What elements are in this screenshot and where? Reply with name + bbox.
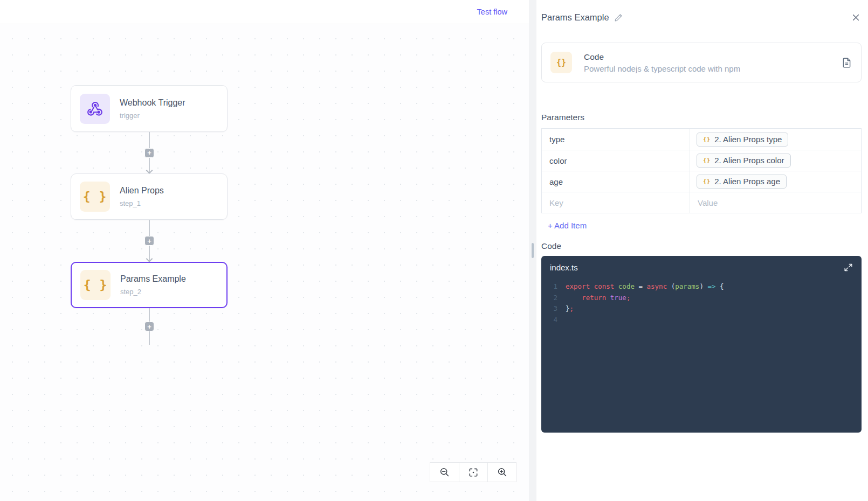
canvas-topbar: Test flow — [0, 0, 529, 24]
prop-reference-chip[interactable]: {} 2. Alien Props type — [697, 133, 788, 147]
param-value-cell-empty[interactable] — [690, 192, 861, 213]
panel-resize-handle[interactable] — [532, 243, 534, 258]
param-key-input[interactable] — [542, 129, 690, 150]
node-subtitle: step_1 — [120, 199, 164, 207]
node-text: Alien Props step_1 — [120, 186, 164, 207]
fit-view-button[interactable] — [459, 463, 487, 482]
node-title: Alien Props — [120, 186, 164, 196]
connector: + — [144, 308, 155, 345]
param-value-input[interactable] — [690, 192, 861, 213]
node-text: Params Example step_2 — [120, 274, 186, 296]
flow-canvas[interactable]: Webhook Trigger trigger + { } Alien Prop… — [0, 24, 529, 501]
zoom-out-icon — [439, 467, 450, 478]
code-heading: Code — [541, 241, 862, 251]
app-root: Test flow Webhook Trigger trigger + — [0, 0, 868, 501]
code-lines[interactable]: 1export const code = async (params) => {… — [541, 277, 862, 325]
close-icon[interactable] — [850, 12, 862, 23]
zoom-in-icon — [497, 467, 508, 478]
braces-icon: {} — [703, 136, 710, 143]
expand-icon[interactable] — [844, 263, 853, 272]
param-key-input[interactable] — [542, 171, 690, 192]
editor-header: index.ts — [541, 256, 862, 277]
node-alien-props[interactable]: { } Alien Props step_1 — [71, 173, 228, 220]
webhook-icon — [80, 94, 110, 124]
zoom-out-button[interactable] — [430, 463, 459, 482]
param-value-cell[interactable]: {} 2. Alien Props age — [690, 171, 861, 192]
prop-reference-chip[interactable]: {} 2. Alien Props color — [697, 154, 791, 168]
arrow-down-icon — [146, 255, 153, 262]
braces-icon: { } — [80, 270, 111, 300]
step-detail-panel: Params Example {} Code Powerful nodejs &… — [536, 0, 868, 501]
step-type-card: {} Code Powerful nodejs & typescript cod… — [541, 43, 862, 82]
prop-reference-chip[interactable]: {} 2. Alien Props age — [697, 175, 787, 189]
chip-label: 2. Alien Props age — [714, 177, 780, 186]
node-params-example[interactable]: { } Params Example step_2 — [71, 262, 228, 308]
panel-resize-divider — [529, 0, 536, 501]
param-key-input[interactable] — [542, 192, 690, 213]
zoom-in-button[interactable] — [487, 463, 516, 482]
test-flow-button[interactable]: Test flow — [477, 8, 507, 16]
card-subtitle: Powerful nodejs & typescript code with n… — [584, 64, 740, 73]
arrow-down-icon — [146, 167, 153, 174]
node-webhook-trigger[interactable]: Webhook Trigger trigger — [71, 85, 228, 132]
param-key-cell-empty[interactable] — [542, 192, 690, 213]
param-value-cell[interactable]: {} 2. Alien Props type — [690, 129, 861, 150]
add-step-button[interactable]: + — [144, 236, 154, 246]
zoom-controls — [430, 462, 516, 482]
braces-icon: { } — [80, 182, 110, 212]
param-value-cell[interactable]: {} 2. Alien Props color — [690, 150, 861, 171]
fit-view-icon — [468, 467, 479, 478]
flow-canvas-column: Test flow Webhook Trigger trigger + — [0, 0, 529, 501]
add-step-button[interactable]: + — [144, 148, 154, 158]
docs-file-icon[interactable] — [841, 57, 852, 68]
code-editor[interactable]: index.ts 1export const code = async (par… — [541, 256, 862, 433]
connector: + — [144, 220, 155, 262]
parameters-table: {} 2. Alien Props type {} 2. Alien Props… — [541, 128, 862, 213]
panel-header: Params Example — [541, 0, 862, 23]
node-title: Params Example — [120, 274, 186, 284]
param-key-cell[interactable] — [542, 150, 690, 171]
param-key-input[interactable] — [542, 150, 690, 171]
param-key-cell[interactable] — [542, 171, 690, 192]
braces-icon: {} — [703, 178, 710, 185]
code-filename: index.ts — [550, 263, 578, 272]
node-subtitle: step_2 — [120, 288, 186, 296]
node-text: Webhook Trigger trigger — [120, 98, 185, 120]
connector: + — [144, 132, 155, 173]
card-text: Code Powerful nodejs & typescript code w… — [584, 52, 740, 73]
parameters-heading: Parameters — [541, 113, 862, 122]
braces-icon: {} — [703, 157, 710, 164]
chip-label: 2. Alien Props color — [714, 156, 784, 165]
add-step-button[interactable]: + — [144, 322, 154, 331]
node-subtitle: trigger — [120, 112, 185, 120]
edit-pencil-icon[interactable] — [614, 13, 623, 22]
panel-title: Params Example — [541, 12, 609, 23]
chip-label: 2. Alien Props type — [714, 135, 782, 144]
add-item-button[interactable]: + Add Item — [541, 221, 587, 230]
node-title: Webhook Trigger — [120, 98, 185, 108]
param-key-cell[interactable] — [542, 129, 690, 150]
braces-icon: {} — [550, 52, 572, 73]
card-title: Code — [584, 52, 740, 62]
